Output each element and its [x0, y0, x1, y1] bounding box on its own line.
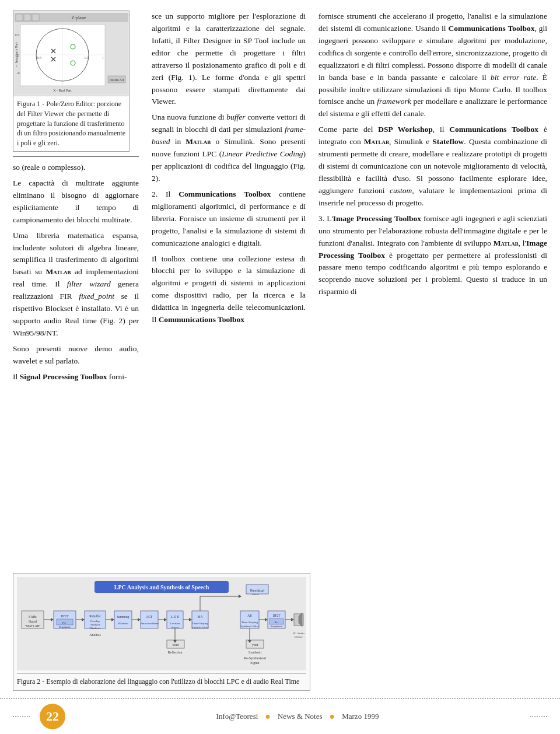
matlab-ref2: Matlab [186, 137, 211, 146]
figure2-box: LPC Analysis and Synthesis of Speech 8 k… [13, 573, 310, 691]
svg-text:L-D K: L-D K [171, 615, 180, 618]
column-left: Z-plane 0 0.5 -0. X - Real Part [13, 11, 147, 567]
svg-text:Overlap: Overlap [90, 620, 100, 623]
right-para1: fornisce strumenti che accelerano il pro… [318, 11, 547, 120]
svg-text:Residual: Residual [250, 588, 265, 593]
matlab-ref1: Matlab [46, 267, 71, 276]
mid-para2: Una nuova funzione di buffer converte ve… [152, 111, 306, 185]
right-para3: 3. L'Image Processing Toolbox fornisce a… [318, 213, 547, 298]
svg-text:Re-Synthesized: Re-Synthesized [244, 656, 266, 660]
svg-rect-3 [24, 14, 31, 21]
footer-bar: 22 Info@Teoresi ● News & Notes ● Marzo 1… [0, 698, 560, 734]
svg-text:8 kHz: 8 kHz [29, 615, 37, 618]
svg-text:Analysis Filter: Analysis Filter [191, 626, 209, 629]
svg-text:PC Audio: PC Audio [293, 632, 304, 635]
figure2-area: LPC Analysis and Synthesis of Speech 8 k… [0, 573, 560, 695]
left-para5: Il Signal Processing Toolbox forni- [13, 371, 139, 383]
fixed-point-ref: fixed_point [79, 292, 114, 300]
svg-text:yout: yout [252, 643, 258, 646]
comm-toolbox-ref4: Communications Toolbox [449, 125, 538, 134]
footer-text: Info@Teoresi ● News & Notes ● Marzo 1999 [75, 711, 520, 722]
page: Z-plane 0 0.5 -0. X - Real Part [0, 0, 560, 734]
svg-text:Analisis: Analisis [89, 633, 101, 637]
image-toolbox-ref1: Image Processing Toolbox [333, 214, 421, 223]
matlab-ref3: Matlab [364, 137, 389, 146]
svg-text:Windows: Windows [90, 627, 101, 630]
lpc-ref: Linear Predictive Coding [222, 149, 303, 158]
mid-para3: 2. Il Communications Toolbox contiene mi… [152, 188, 306, 250]
column-right: fornisce strumenti che accelerano il pro… [310, 11, 547, 567]
filter-wizard-ref: filter wizard [67, 279, 111, 288]
left-para3: Uma libreria matematica espansa, include… [13, 230, 139, 340]
footer-dots-right [530, 716, 547, 717]
main-content: Z-plane 0 0.5 -0. X - Real Part [0, 0, 560, 573]
left-para1: so (reale o complesso). [13, 162, 139, 174]
figure2-caption: Figura 2 - Esempio di elaborazione del l… [17, 673, 306, 687]
signal-toolbox-ref: Signal Processing Toolbox [20, 372, 107, 381]
svg-text:Rebuffer: Rebuffer [89, 614, 101, 618]
svg-text:Levison: Levison [170, 622, 180, 625]
footer-news-notes: News & Notes [278, 712, 323, 721]
svg-text:hamming: hamming [117, 615, 130, 618]
bit-error-ref: bit error rate [491, 73, 536, 82]
svg-rect-6 [20, 25, 105, 86]
svg-text:-0.5: -0.5 [36, 56, 41, 60]
svg-rect-54 [141, 611, 158, 628]
framework-ref: framework [377, 97, 411, 106]
svg-text:DF2T: DF2T [61, 614, 69, 618]
svg-rect-2 [16, 14, 23, 21]
svg-text:kout: kout [173, 643, 179, 646]
svg-text:Delete All: Delete All [109, 78, 124, 82]
svg-rect-49 [114, 611, 132, 628]
svg-text:Window: Window [118, 622, 128, 625]
comm-toolbox-ref1: Communications Toolbox [178, 190, 271, 198]
right-para2: Come parte del DSP Workshop, il Communic… [318, 124, 547, 209]
lpc-diagram-svg: LPC Analysis and Synthesis of Speech 8 k… [19, 579, 304, 669]
svg-text:Signal: Signal [29, 620, 37, 623]
column-middle: sce un supporto migliore per l'esplorazi… [147, 11, 310, 567]
svg-text:Time-Varying: Time-Varying [242, 621, 258, 624]
svg-text:ACF: ACF [146, 615, 153, 618]
svg-text:Re-: Re- [274, 621, 279, 624]
mid-para1: sce un supporto migliore per l'esplorazi… [152, 11, 306, 108]
svg-text:← Imaginary Part: ← Imaginary Part [15, 42, 18, 68]
svg-text:0.5: 0.5 [85, 56, 89, 60]
pole-zero-plot: Z-plane 0 0.5 -0. X - Real Part [15, 13, 128, 95]
mid-para4: Il toolbox contiene una collezione estes… [152, 253, 306, 327]
frame-based-ref: frame-based [152, 125, 306, 146]
custom-ref: custom [390, 186, 412, 195]
figure2-image: LPC Analysis and Synthesis of Speech 8 k… [17, 577, 306, 670]
matlab-ref4: Matlab [494, 239, 519, 247]
footer-dots-left [13, 716, 30, 717]
svg-text:AR: AR [247, 614, 252, 617]
svg-text:MA: MA [198, 615, 203, 618]
page-number-badge: 22 [40, 704, 65, 729]
svg-text:Reflection: Reflection [168, 651, 183, 654]
left-para2: Le capacità di multirate aggiunte elimin… [13, 177, 139, 226]
comm-toolbox-ref3: Communications Toolbox [449, 24, 535, 33]
svg-text:"MATLAB": "MATLAB" [24, 624, 40, 628]
left-para4: Sono presenti nuove demo audio, wavelet … [13, 343, 139, 368]
footer-info: Info@Teoresi [216, 712, 258, 721]
figure1-box: Z-plane 0 0.5 -0. X - Real Part [13, 11, 130, 152]
svg-text:Pre-: Pre- [62, 621, 68, 624]
stateflow-ref: Stateflow [432, 137, 464, 146]
footer-date: Marzo 1999 [342, 712, 379, 721]
svg-text:Autocorrelation: Autocorrelation [140, 622, 159, 625]
divider [13, 156, 139, 157]
svg-text:Time-Varying: Time-Varying [192, 622, 208, 625]
svg-text:Device: Device [295, 635, 303, 638]
svg-text:1: 1 [102, 56, 104, 60]
svg-text:Synthesis Filter: Synthesis Filter [240, 625, 259, 628]
svg-text:X - Real Part: X - Real Part [53, 89, 72, 92]
svg-text:Signal: Signal [250, 661, 260, 665]
svg-text:Z-plane: Z-plane [71, 15, 86, 20]
svg-text:DF2T: DF2T [272, 614, 281, 617]
figure1-image: Z-plane 0 0.5 -0. X - Real Part [13, 11, 129, 96]
svg-rect-4 [32, 14, 39, 21]
svg-text:Emphasis: Emphasis [271, 625, 282, 628]
svg-text:Emphasis: Emphasis [59, 625, 70, 628]
footer-bullet2: ● [330, 711, 335, 722]
figure2-right-col [318, 573, 547, 691]
figure1-caption: Figura 1 - Pole/Zero Editor: porzione de… [13, 96, 129, 151]
